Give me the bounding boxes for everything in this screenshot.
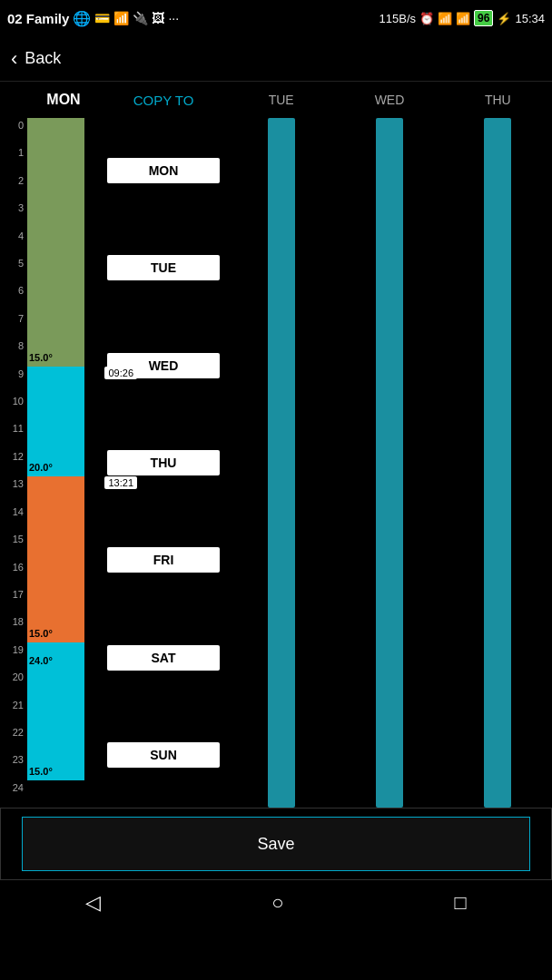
hour-label-7: 7 bbox=[0, 311, 27, 338]
time-label-2: 13:21 bbox=[104, 476, 137, 489]
main-content: MON COPY TO TUE WED THU 0123456789101112… bbox=[0, 82, 552, 808]
back-button[interactable]: ‹ bbox=[11, 47, 17, 71]
more-icon: ··· bbox=[168, 11, 179, 25]
hour-label-15: 15 bbox=[0, 532, 27, 559]
tue-bar bbox=[268, 118, 295, 808]
hour-label-0: 0 bbox=[0, 118, 27, 145]
hour-label-6: 6 bbox=[0, 283, 27, 310]
globe-icon: 🌐 bbox=[73, 10, 91, 27]
hour-label-10: 10 bbox=[0, 394, 27, 421]
charge-icon: ⚡ bbox=[497, 12, 511, 25]
hour-label-17: 17 bbox=[0, 587, 27, 614]
mon-segment-0: 15.0° bbox=[27, 118, 84, 367]
hour-label-8: 8 bbox=[0, 338, 27, 366]
hour-label-12: 12 bbox=[0, 449, 27, 476]
hour-label-11: 11 bbox=[0, 421, 27, 448]
temp-label-2: 15.0° bbox=[29, 628, 53, 639]
copyto-fri-button[interactable]: FRI bbox=[107, 547, 220, 573]
home-nav-icon[interactable]: ○ bbox=[271, 891, 283, 915]
temp-label-3: 24.0° bbox=[29, 655, 53, 666]
mon-segment-1: 20.0°09:26 bbox=[27, 367, 84, 477]
wed-bar bbox=[376, 118, 403, 808]
copyto-column: MONTUEWEDTHUFRISATSUN bbox=[100, 118, 227, 808]
hour-label-21: 21 bbox=[0, 698, 27, 725]
other-days-header: TUE WED THU bbox=[227, 93, 552, 107]
hour-label-4: 4 bbox=[0, 229, 27, 256]
battery-indicator: 96 bbox=[474, 10, 493, 26]
temp-label-4: 15.0° bbox=[29, 766, 53, 777]
hour-label-18: 18 bbox=[0, 614, 27, 642]
mon-segment-4: 15.0° bbox=[27, 670, 84, 780]
copyto-header: COPY TO bbox=[100, 93, 227, 108]
wed-header: WED bbox=[335, 93, 443, 107]
other-days bbox=[227, 118, 552, 808]
photo-icon: 🖼 bbox=[152, 11, 164, 25]
hour-label-1: 1 bbox=[0, 145, 27, 172]
alarm-icon: ⏰ bbox=[419, 12, 434, 25]
time-label: 15:34 bbox=[515, 12, 545, 25]
usb-icon: 🔌 bbox=[133, 11, 148, 25]
copyto-sat-button[interactable]: SAT bbox=[107, 645, 220, 671]
copyto-mon-button[interactable]: MON bbox=[107, 158, 220, 183]
back-label: Back bbox=[25, 49, 61, 68]
copyto-sun-button[interactable]: SUN bbox=[107, 742, 220, 768]
signal-icon: 📶 bbox=[456, 12, 470, 25]
hour-label-14: 14 bbox=[0, 505, 27, 532]
carrier-label: 02 Family bbox=[7, 11, 69, 26]
save-bar: Save bbox=[0, 808, 552, 880]
hour-label-24: 24 bbox=[0, 780, 27, 808]
time-label-1: 09:26 bbox=[104, 367, 137, 379]
temp-label-1: 20.0° bbox=[29, 462, 53, 473]
sim-icon: 💳 bbox=[94, 11, 110, 25]
hour-label-20: 20 bbox=[0, 670, 27, 697]
thu-bar bbox=[484, 118, 511, 808]
thu-column bbox=[444, 118, 552, 808]
hour-labels: 0123456789101112131415161718192021222324 bbox=[0, 118, 27, 808]
recent-nav-icon[interactable]: □ bbox=[455, 891, 467, 915]
hour-label-9: 9 bbox=[0, 367, 27, 394]
status-bar: 02 Family 🌐 💳 📶 🔌 🖼 ··· 115B/s ⏰ 📶 📶 96 … bbox=[0, 0, 552, 36]
wifi-icon: 📶 bbox=[113, 11, 129, 25]
hour-label-3: 3 bbox=[0, 201, 27, 228]
thu-header: THU bbox=[444, 93, 552, 107]
schedule-area: 0123456789101112131415161718192021222324… bbox=[0, 118, 552, 808]
wifi-strength-icon: 📶 bbox=[438, 12, 452, 25]
copyto-thu-button[interactable]: THU bbox=[107, 450, 220, 475]
tue-header: TUE bbox=[227, 93, 335, 107]
mon-header: MON bbox=[27, 92, 100, 108]
hour-label-19: 19 bbox=[0, 642, 27, 670]
tue-column bbox=[227, 118, 335, 808]
temp-label-0: 15.0° bbox=[29, 352, 53, 363]
speed-label: 115B/s bbox=[380, 12, 416, 25]
hour-label-2: 2 bbox=[0, 173, 27, 201]
mon-segment-3: 24.0° bbox=[27, 642, 84, 670]
back-nav-icon[interactable]: ◁ bbox=[85, 891, 101, 915]
mon-column[interactable]: 15.0°20.0°09:2615.0°13:2124.0°15.0° bbox=[27, 118, 100, 808]
hour-label-5: 5 bbox=[0, 256, 27, 283]
hour-label-13: 13 bbox=[0, 476, 27, 504]
header-row: MON COPY TO TUE WED THU bbox=[0, 82, 552, 118]
wed-column bbox=[335, 118, 443, 808]
save-label: Save bbox=[257, 835, 294, 854]
hour-label-23: 23 bbox=[0, 752, 27, 779]
hour-label-22: 22 bbox=[0, 725, 27, 752]
copyto-tue-button[interactable]: TUE bbox=[107, 255, 220, 280]
nav-bar: ◁ ○ □ bbox=[0, 880, 552, 926]
back-bar: ‹ Back bbox=[0, 36, 552, 82]
hour-label-16: 16 bbox=[0, 560, 27, 587]
mon-segment-2: 15.0°13:21 bbox=[27, 476, 84, 642]
save-button[interactable]: Save bbox=[22, 817, 530, 871]
